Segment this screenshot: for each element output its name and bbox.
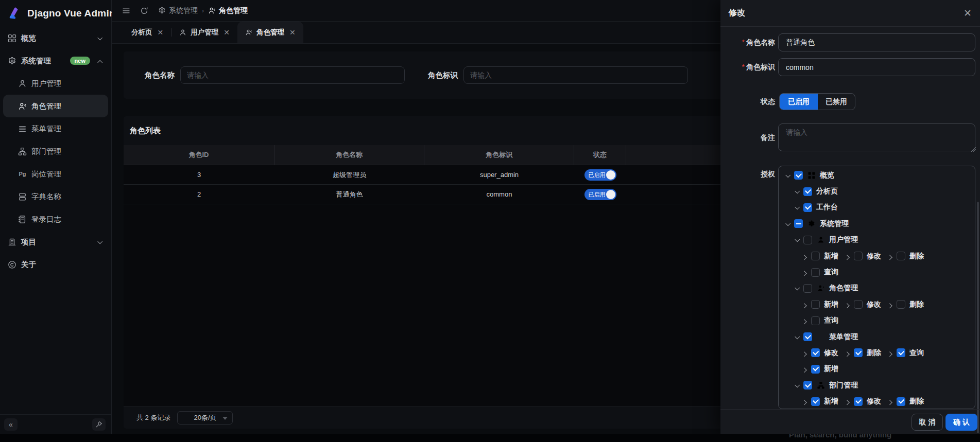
checkbox-indeterminate[interactable]	[794, 219, 803, 228]
tree-node-label[interactable]: 新增	[824, 252, 838, 261]
sidebar-item-系统管理[interactable]: 系统管理new	[3, 49, 108, 72]
role-name-input[interactable]	[778, 33, 975, 51]
status-option-已禁用[interactable]: 已禁用	[818, 94, 855, 110]
checkbox-checked[interactable]	[854, 348, 863, 357]
tree-expander[interactable]	[846, 252, 849, 260]
tree-expander[interactable]	[803, 300, 806, 309]
sidebar-item-岗位管理[interactable]: Pg岗位管理	[3, 163, 108, 185]
tree-expander[interactable]	[803, 268, 806, 276]
checkbox-checked[interactable]	[794, 171, 803, 180]
tree-node-label[interactable]: 部门管理	[829, 381, 858, 390]
tree-node-label[interactable]: 查询	[909, 348, 924, 358]
tab-close-icon[interactable]: ✕	[289, 28, 296, 37]
checkbox-checked[interactable]	[811, 397, 820, 406]
tree-node-label[interactable]: 删除	[909, 300, 924, 309]
sidebar-pin-button[interactable]	[92, 418, 106, 431]
tree-node-label[interactable]: 修改	[867, 252, 881, 261]
search-input-0[interactable]	[180, 66, 405, 84]
tree-node-label[interactable]: 菜单管理	[829, 332, 858, 342]
sidebar-item-项目[interactable]: 项目	[3, 231, 108, 253]
sidebar-item-菜单管理[interactable]: 菜单管理	[3, 117, 108, 140]
tree-node-label[interactable]: 用户管理	[829, 235, 858, 244]
checkbox-checked[interactable]	[803, 381, 812, 390]
tab-角色管理[interactable]: 角色管理✕	[237, 22, 303, 43]
checkbox-checked[interactable]	[811, 348, 820, 357]
checkbox-unchecked[interactable]	[803, 284, 812, 293]
checkbox-checked[interactable]	[854, 397, 863, 406]
hamburger-icon[interactable]	[122, 7, 130, 15]
tree-expander[interactable]	[795, 381, 799, 390]
tree-expander[interactable]	[846, 349, 849, 357]
sidebar-item-登录日志[interactable]: 登录日志	[3, 208, 108, 231]
tree-node-label[interactable]: 新增	[824, 300, 838, 309]
sidebar-item-用户管理[interactable]: 用户管理	[3, 72, 108, 95]
sidebar-collapse-button[interactable]: «	[4, 418, 18, 431]
tree-expander[interactable]	[803, 316, 806, 325]
checkbox-checked[interactable]	[803, 187, 812, 196]
tree-node-label[interactable]: 删除	[909, 397, 924, 406]
tree-expander[interactable]	[803, 397, 806, 405]
tree-node-label[interactable]: 查询	[824, 316, 838, 325]
cancel-button[interactable]: 取 消	[912, 414, 943, 431]
tree-node-label[interactable]: 修改	[867, 300, 881, 309]
checkbox-unchecked[interactable]	[897, 252, 905, 260]
tree-node-label[interactable]: 分析页	[816, 187, 838, 196]
tree-expander[interactable]	[888, 300, 892, 309]
tree-expander[interactable]	[795, 284, 799, 292]
breadcrumb-item[interactable]: 角色管理	[208, 6, 248, 15]
tab-close-icon[interactable]: ✕	[223, 28, 230, 37]
tree-expander[interactable]	[846, 397, 849, 405]
checkbox-unchecked[interactable]	[854, 252, 863, 260]
tree-expander[interactable]	[786, 220, 789, 228]
checkbox-unchecked[interactable]	[811, 300, 820, 309]
drawer-scrollbar[interactable]	[977, 202, 979, 433]
checkbox-unchecked[interactable]	[811, 268, 820, 277]
tree-node-label[interactable]: 工作台	[816, 203, 838, 212]
tree-node-label[interactable]: 角色管理	[829, 284, 858, 293]
sidebar-item-概览[interactable]: 概览	[3, 27, 108, 49]
tree-expander[interactable]	[795, 203, 799, 211]
confirm-button[interactable]: 确 认	[945, 414, 977, 431]
status-option-已启用[interactable]: 已启用	[780, 94, 818, 110]
tab-close-icon[interactable]: ✕	[158, 28, 164, 37]
status-toggle[interactable]: 已启用	[584, 169, 616, 181]
role-code-input[interactable]	[778, 58, 975, 76]
status-toggle[interactable]: 已启用	[584, 189, 616, 200]
tree-node-label[interactable]: 删除	[867, 348, 881, 358]
tree-expander[interactable]	[888, 349, 892, 357]
tree-expander[interactable]	[846, 300, 849, 309]
tab-分析页[interactable]: 分析页✕	[124, 22, 171, 43]
checkbox-unchecked[interactable]	[811, 316, 820, 325]
tree-node-label[interactable]: 修改	[824, 348, 838, 358]
search-input-1[interactable]	[463, 66, 688, 84]
sidebar-item-角色管理[interactable]: 角色管理	[3, 95, 108, 117]
sidebar-item-字典名称[interactable]: 字典名称	[3, 185, 108, 208]
tree-expander[interactable]	[795, 187, 799, 196]
tree-expander[interactable]	[795, 236, 799, 244]
tree-expander[interactable]	[888, 252, 892, 260]
checkbox-checked[interactable]	[803, 332, 812, 341]
remark-textarea[interactable]	[778, 123, 975, 151]
checkbox-unchecked[interactable]	[854, 300, 863, 309]
tree-node-label[interactable]: 新增	[824, 364, 838, 374]
tab-用户管理[interactable]: 用户管理✕	[171, 22, 237, 43]
tree-expander[interactable]	[888, 397, 892, 405]
breadcrumb-item[interactable]: 系统管理	[158, 6, 198, 15]
tree-node-label[interactable]: 删除	[909, 252, 924, 261]
checkbox-checked[interactable]	[897, 348, 905, 357]
tree-node-label[interactable]: 系统管理	[820, 219, 849, 228]
tree-expander[interactable]	[803, 349, 806, 357]
close-icon[interactable]: ✕	[964, 8, 972, 18]
tree-expander[interactable]	[795, 333, 799, 341]
checkbox-unchecked[interactable]	[803, 236, 812, 244]
tree-expander[interactable]	[786, 171, 789, 180]
refresh-icon[interactable]	[140, 7, 148, 15]
page-size-select[interactable]: 20条/页	[177, 411, 233, 425]
checkbox-checked[interactable]	[897, 397, 905, 406]
tree-expander[interactable]	[803, 365, 806, 373]
checkbox-checked[interactable]	[803, 203, 812, 212]
checkbox-checked[interactable]	[811, 365, 820, 374]
sidebar-item-关于[interactable]: 关于	[3, 253, 108, 276]
tree-node-label[interactable]: 查询	[824, 268, 838, 277]
sidebar-item-部门管理[interactable]: 部门管理	[3, 140, 108, 163]
